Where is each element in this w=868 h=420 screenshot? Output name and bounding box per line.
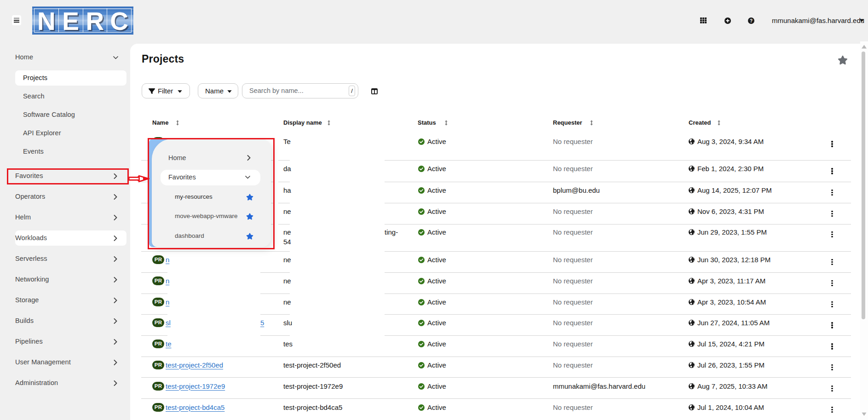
svg-text:?: ?	[749, 18, 752, 23]
